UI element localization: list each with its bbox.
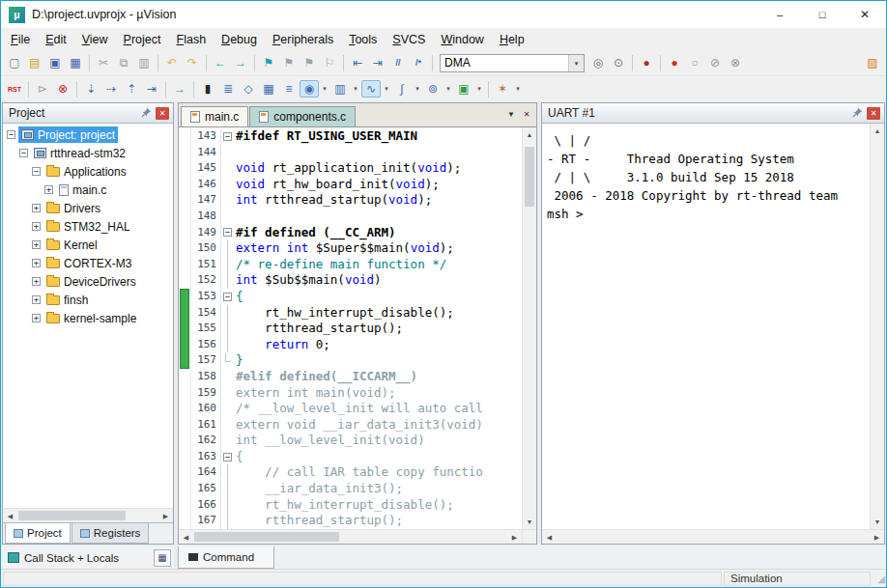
project-panel-close-icon[interactable]: ✕: [156, 107, 169, 120]
editor-tab-main-c[interactable]: main.c: [181, 106, 248, 126]
code-line[interactable]: 167 rtthread_startup();: [179, 513, 522, 529]
symbol-window-icon[interactable]: ◇: [239, 80, 258, 98]
menu-peripherals[interactable]: Peripherals: [265, 29, 341, 50]
resize-grip[interactable]: ◢: [872, 574, 885, 584]
scroll-right-icon[interactable]: ▶: [507, 530, 522, 544]
code-line[interactable]: 143−#ifdef RT_USING_USER_MAIN: [179, 128, 522, 145]
scroll-track[interactable]: [871, 138, 884, 515]
analysis-window-icon[interactable]: ∫: [392, 80, 412, 98]
expand-toggle-icon[interactable]: +: [32, 314, 41, 322]
uart-vscrollbar[interactable]: ▲ ▼: [870, 124, 884, 529]
disassembly-window-icon[interactable]: ≣: [218, 80, 238, 98]
copy-icon[interactable]: ⧉: [114, 54, 133, 71]
code-line[interactable]: 148: [179, 209, 522, 225]
find-text-dropdown-icon[interactable]: ▾: [568, 55, 584, 71]
panel-tab-registers[interactable]: Registers: [72, 523, 150, 544]
uart-hscrollbar[interactable]: ◀ ▶: [542, 529, 884, 544]
code-line[interactable]: 146void rt_hw_board_init(void);: [179, 177, 522, 193]
unindent-icon[interactable]: ⇤: [348, 54, 367, 71]
uart-panel-close-icon[interactable]: ✕: [867, 107, 880, 120]
enable-disable-breakpoint-icon[interactable]: ○: [685, 54, 704, 71]
paste-icon[interactable]: ▥: [134, 54, 154, 71]
command-tab[interactable]: Command: [178, 546, 274, 569]
tree-item-group-finsh[interactable]: +finsh: [3, 291, 173, 309]
serial-window-dropdown-icon[interactable]: ▾: [382, 80, 391, 98]
fold-toggle-icon[interactable]: −: [223, 453, 232, 462]
analysis-window-dropdown-icon[interactable]: ▾: [413, 80, 422, 98]
maximize-button[interactable]: □: [801, 1, 844, 28]
tree-item-target-rtthread-stm32[interactable]: −rtthread-stm32: [3, 144, 173, 162]
tree-item-group-cortex-m3[interactable]: +CORTEX-M3: [3, 254, 173, 272]
code-line[interactable]: 144: [179, 145, 522, 161]
expand-toggle-icon[interactable]: +: [32, 259, 41, 267]
menu-project[interactable]: Project: [116, 29, 169, 50]
window-list-icon[interactable]: ▼: [503, 106, 519, 124]
call-stack-tab[interactable]: Call Stack + Locals ▦: [2, 546, 174, 569]
scroll-left-icon[interactable]: ◀: [179, 530, 193, 544]
menu-debug[interactable]: Debug: [214, 29, 265, 50]
menu-help[interactable]: Help: [492, 29, 532, 50]
kill-all-breakpoints-icon[interactable]: ⊗: [726, 54, 745, 71]
code-line[interactable]: 145void rt_application_init(void);: [179, 160, 522, 177]
fold-toggle-icon[interactable]: −: [223, 132, 232, 141]
scroll-up-icon[interactable]: ▲: [523, 127, 536, 142]
code-line[interactable]: 149−#if defined (__CC_ARM): [179, 225, 522, 241]
close-button[interactable]: ✕: [844, 1, 886, 28]
scroll-down-icon[interactable]: ▼: [523, 515, 536, 529]
scroll-right-icon[interactable]: ▶: [870, 530, 884, 544]
scroll-thumb[interactable]: [194, 532, 339, 542]
disable-all-breakpoints-icon[interactable]: ⊘: [705, 54, 725, 71]
uncomment-selection-icon[interactable]: /*: [409, 54, 428, 71]
serial-window-icon[interactable]: ∿: [361, 80, 381, 98]
editor-tab-components-c[interactable]: components.c: [249, 106, 356, 126]
code-line[interactable]: 151/* re-define main function */: [179, 257, 522, 273]
close-document-icon[interactable]: ✕: [519, 106, 534, 124]
trace-window-dropdown-icon[interactable]: ▾: [444, 80, 453, 98]
menu-tools[interactable]: Tools: [341, 29, 385, 50]
scroll-up-icon[interactable]: ▲: [871, 124, 884, 138]
save-all-icon[interactable]: ▦: [66, 54, 85, 71]
toggle-bookmark-icon[interactable]: ⚑: [259, 54, 278, 71]
indent-icon[interactable]: ⇥: [368, 54, 387, 71]
grid-button[interactable]: ▦: [154, 549, 171, 567]
menu-svcs[interactable]: SVCS: [385, 29, 433, 50]
previous-bookmark-icon[interactable]: ⚑: [279, 54, 299, 71]
save-icon[interactable]: ▣: [45, 54, 65, 71]
find-in-files-icon[interactable]: ◎: [588, 54, 608, 71]
scroll-thumb[interactable]: [525, 147, 534, 207]
code-line[interactable]: 157}: [179, 352, 522, 369]
expand-toggle-icon[interactable]: +: [44, 185, 53, 194]
go-icon[interactable]: →: [170, 80, 189, 98]
code-line[interactable]: 164 // call IAR table copy functio: [179, 464, 522, 481]
lookup-icon[interactable]: ●: [637, 54, 656, 71]
expand-toggle-icon[interactable]: +: [32, 222, 41, 231]
scroll-left-icon[interactable]: ◀: [3, 509, 17, 522]
minimize-button[interactable]: –: [758, 1, 801, 28]
fold-toggle-icon[interactable]: −: [223, 293, 232, 301]
step-over-icon[interactable]: ⇢: [101, 80, 121, 98]
scroll-track[interactable]: [17, 509, 158, 522]
expand-toggle-icon[interactable]: +: [32, 204, 41, 212]
code-line[interactable]: 150extern int $Super$$main(void);: [179, 240, 522, 257]
tree-item-group-stm32-hal[interactable]: +STM32_HAL: [3, 217, 173, 236]
step-into-icon[interactable]: ⇣: [81, 80, 100, 98]
scroll-thumb[interactable]: [18, 511, 126, 520]
redo-icon[interactable]: ↷: [183, 54, 202, 71]
expand-toggle-icon[interactable]: −: [7, 130, 15, 139]
code-line[interactable]: 154 rt_hw_interrupt_disable();: [179, 305, 522, 322]
code-line[interactable]: 160/* __low_level_init will auto call: [179, 401, 522, 417]
undo-icon[interactable]: ↶: [162, 54, 182, 71]
registers-window-icon[interactable]: ▦: [259, 80, 278, 98]
step-out-icon[interactable]: ⇡: [122, 80, 141, 98]
tree-item-group-drivers[interactable]: +Drivers: [3, 199, 173, 217]
clear-all-bookmarks-icon[interactable]: ⚐: [320, 54, 339, 71]
run-icon[interactable]: ⊳: [33, 80, 52, 98]
expand-toggle-icon[interactable]: +: [32, 240, 41, 249]
find-icon[interactable]: ⊙: [609, 54, 628, 71]
navigate-back-icon[interactable]: ←: [211, 54, 230, 71]
insert-remove-breakpoint-icon[interactable]: ●: [665, 54, 684, 71]
code-line[interactable]: 161extern void __iar_data_init3(void): [179, 417, 522, 434]
tree-item-file-main-c[interactable]: +main.c: [3, 181, 173, 199]
memory-window-icon[interactable]: ▥: [330, 80, 350, 98]
system-viewer-icon[interactable]: ▣: [454, 80, 473, 98]
